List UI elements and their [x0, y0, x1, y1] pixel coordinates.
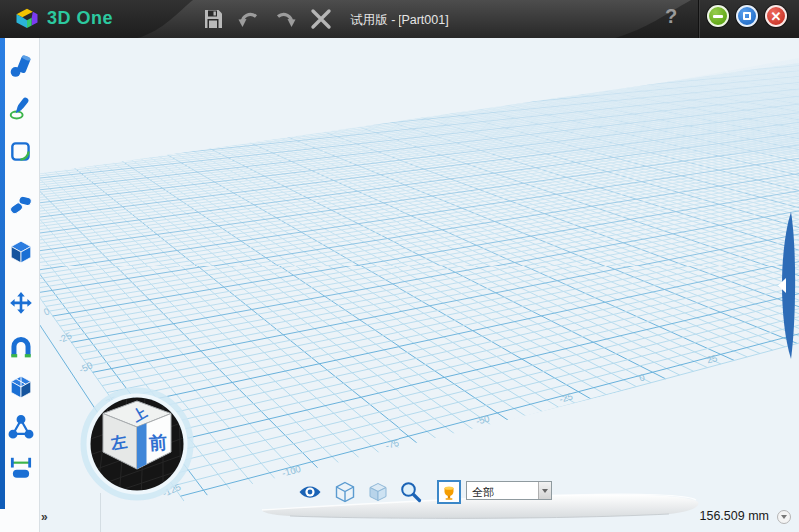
sketch-button[interactable]: [8, 95, 34, 121]
sidebar-accent-strip: [0, 38, 5, 509]
sidebar-expander[interactable]: »: [41, 510, 48, 524]
minimize-button[interactable]: [707, 5, 729, 27]
svg-text:-25: -25: [558, 391, 574, 405]
render-style-icon: [439, 482, 459, 502]
feature-cube-icon: [8, 239, 34, 265]
view-cube[interactable]: 上 左 前: [79, 386, 196, 503]
deform-icon: [8, 333, 34, 359]
filter-dropdown[interactable]: 全部: [466, 481, 552, 500]
assembly-icon: [8, 414, 34, 440]
svg-text:0: 0: [638, 371, 646, 383]
primitive-3d-icon: [8, 53, 34, 79]
shaded-view-icon: [366, 480, 390, 504]
filter-dropdown-value: 全部: [472, 485, 494, 500]
viewport[interactable]: 0-25-50-75-100-125250-25-50-75-100 » 上 左…: [40, 38, 799, 532]
combine-icon: [8, 374, 34, 400]
deform-button[interactable]: [8, 333, 34, 359]
wireframe-view-button[interactable]: [333, 480, 357, 504]
shaded-view-button[interactable]: [366, 480, 390, 504]
svg-text:-100: -100: [281, 463, 302, 479]
collapse-arrow-icon: [778, 278, 786, 293]
move-button[interactable]: [8, 291, 34, 317]
visibility-button[interactable]: [298, 480, 322, 504]
measure-icon: [8, 454, 34, 480]
edit-solid-button[interactable]: [8, 192, 34, 218]
measurement-options-button[interactable]: [777, 510, 791, 524]
tool-sidebar: [0, 38, 40, 532]
zoom-button[interactable]: [400, 480, 423, 504]
visibility-icon: [298, 480, 322, 504]
help-button[interactable]: ?: [665, 5, 677, 28]
save-button[interactable]: [201, 7, 225, 31]
assembly-button[interactable]: [8, 414, 34, 440]
render-style-button[interactable]: [437, 480, 461, 504]
window-title: 试用版 - [Part001]: [250, 12, 549, 29]
move-icon: [8, 291, 34, 317]
close-icon: ✕: [771, 10, 782, 23]
edit-solid-icon: [8, 192, 34, 218]
svg-text:25: 25: [705, 352, 718, 365]
titlebar-separator: [698, 0, 699, 38]
app-brand: 3D One: [47, 8, 113, 29]
minimize-icon: [713, 15, 723, 18]
maximize-button[interactable]: [736, 5, 758, 27]
svg-text:-75: -75: [384, 437, 400, 451]
title-bar: 3D One 试用版 - [Part001] ? ✕: [0, 0, 799, 38]
combine-button[interactable]: [8, 374, 34, 400]
zoom-icon: [400, 480, 423, 504]
app-logo-icon: [13, 5, 41, 33]
save-icon: [201, 7, 225, 31]
svg-text:-50: -50: [475, 413, 491, 427]
feature-cube-button[interactable]: [8, 239, 34, 265]
measurement-readout: 156.509 mm: [700, 509, 769, 523]
maximize-icon: [743, 12, 751, 20]
primitive-3d-button[interactable]: [8, 53, 34, 79]
svg-text:-25: -25: [56, 330, 73, 346]
measure-button[interactable]: [8, 454, 34, 480]
wireframe-view-icon: [333, 480, 357, 504]
close-button[interactable]: ✕: [765, 5, 787, 27]
view-cube-front-label[interactable]: 前: [147, 432, 167, 453]
view-cube-left-label[interactable]: 左: [109, 433, 129, 453]
sketch-icon: [8, 95, 34, 121]
svg-text:-50: -50: [77, 359, 94, 375]
dropdown-arrow-icon[interactable]: [538, 482, 551, 499]
sketch-plane-button[interactable]: [8, 139, 34, 165]
panel-collapse-handle[interactable]: [769, 210, 799, 361]
sketch-plane-icon: [8, 139, 34, 165]
